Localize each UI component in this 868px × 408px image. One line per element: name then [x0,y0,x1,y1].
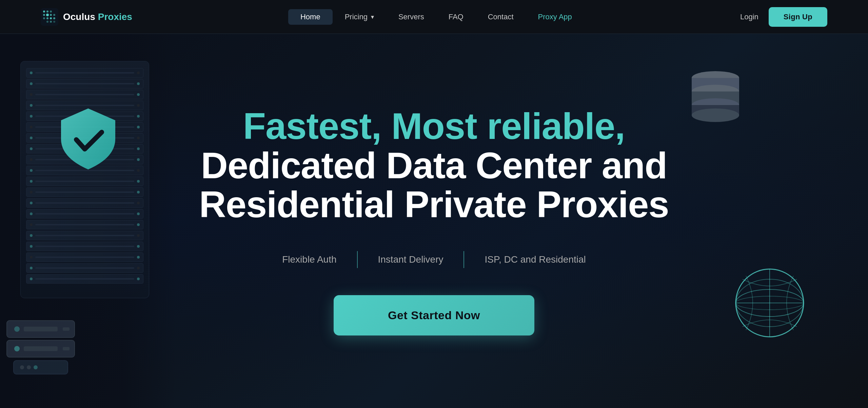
svg-point-1 [43,11,45,13]
svg-point-2 [46,11,48,13]
svg-point-29 [14,346,20,351]
svg-point-38 [27,365,31,369]
hero-content: Fastest, Most reliable, Dedicated Data C… [199,106,669,335]
nav-pricing[interactable]: Pricing ▾ [333,9,386,25]
svg-point-12 [46,21,48,23]
svg-point-7 [53,14,55,16]
nav-actions: Login Sign Up [740,7,827,27]
hero-features: Flexible Auth Instant Delivery ISP, DC a… [199,251,669,268]
svg-point-14 [53,21,55,23]
feature-divider-1 [357,251,358,268]
nav-contact[interactable]: Contact [476,9,526,25]
login-link[interactable]: Login [740,13,758,21]
svg-point-3 [50,11,52,13]
svg-point-4 [43,14,45,16]
svg-rect-34 [24,327,58,331]
svg-point-33 [14,326,20,332]
nav-proxy-app[interactable]: Proxy App [526,9,584,25]
svg-point-37 [20,365,24,369]
svg-point-5 [46,14,49,16]
server-rack-decoration [20,61,149,298]
hero-title-line3: Residential Private Proxies [199,185,669,224]
shield-icon [51,102,125,176]
database-icon [685,61,746,122]
logo-icon [41,8,58,26]
logo-text: Oculus Proxies [63,12,132,22]
server-stack-decoration [0,293,88,381]
feature-instant-delivery: Instant Delivery [358,254,464,265]
globe-decoration [732,266,807,340]
logo-main-text: Oculus [63,12,95,22]
logo-accent-text: Proxies [95,12,132,22]
nav-links: Home Pricing ▾ Servers FAQ Contact Proxy… [288,9,584,25]
chevron-down-icon: ▾ [371,13,374,21]
signup-button[interactable]: Sign Up [769,7,827,27]
svg-point-21 [692,108,739,122]
svg-point-10 [50,17,52,19]
svg-rect-0 [41,8,58,26]
nav-home[interactable]: Home [288,9,333,25]
feature-divider-2 [463,251,464,268]
svg-point-39 [34,365,38,369]
shield-decoration [51,102,125,176]
server-stack-icon [0,293,88,381]
hero-title-line2: Dedicated Data Center and [199,146,669,185]
svg-point-9 [46,17,48,19]
hero-section: Fastest, Most reliable, Dedicated Data C… [0,34,868,408]
nav-servers[interactable]: Servers [386,9,436,25]
svg-rect-35 [63,327,70,331]
feature-isp-dc-residential: ISP, DC and Residential [464,254,606,265]
logo[interactable]: Oculus Proxies [41,8,132,26]
svg-point-11 [53,17,55,19]
navbar: Oculus Proxies Home Pricing ▾ Servers FA… [0,0,868,34]
feature-flexible-auth: Flexible Auth [262,254,357,265]
hero-title-line1: Fastest, Most reliable, [199,106,669,146]
globe-icon [732,266,807,340]
database-decoration [685,61,746,122]
cta-get-started-button[interactable]: Get Started Now [334,295,534,335]
svg-rect-30 [24,346,58,351]
svg-rect-31 [63,347,70,350]
nav-faq[interactable]: FAQ [436,9,476,25]
svg-point-6 [50,14,52,16]
svg-point-8 [43,17,45,19]
svg-point-13 [50,21,52,23]
